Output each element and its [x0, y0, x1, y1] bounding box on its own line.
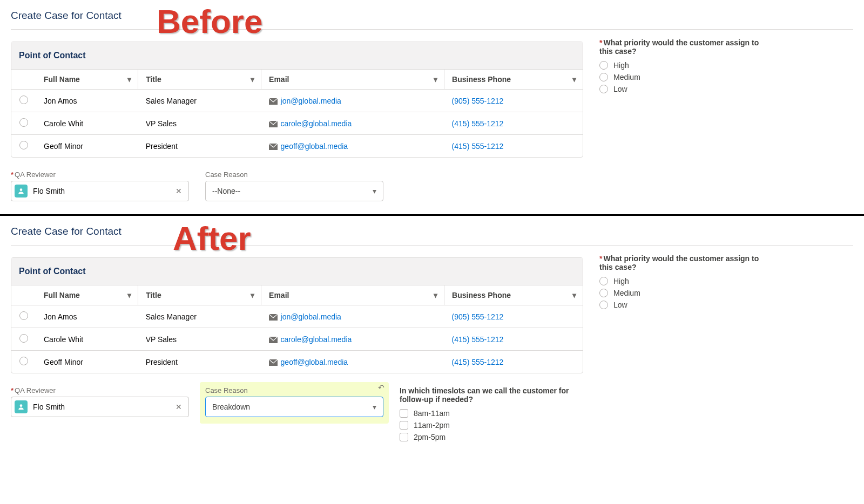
radio-icon: [599, 277, 608, 285]
chevron-down-icon: ▾: [434, 75, 437, 84]
timeslot-option[interactable]: 11am-2pm: [400, 421, 583, 430]
timeslot-group: In which timeslots can we call the custo…: [400, 386, 583, 445]
col-title[interactable]: Title▾: [138, 285, 261, 305]
email-link[interactable]: carole@global.media: [281, 335, 352, 344]
qa-reviewer-lookup[interactable]: Flo Smith ✕: [11, 397, 189, 417]
phone-link[interactable]: (415) 555-1212: [452, 142, 504, 151]
email-link[interactable]: jon@global.media: [281, 312, 341, 321]
priority-option-low[interactable]: Low: [599, 85, 767, 93]
table-row: Jon Amos Sales Manager jon@global.media …: [11, 305, 583, 328]
mail-icon: [269, 359, 278, 366]
checkbox-icon: [400, 421, 408, 430]
radio-icon: [599, 289, 608, 297]
phone-link[interactable]: (415) 555-1212: [452, 335, 504, 344]
phone-link[interactable]: (905) 555-1212: [452, 97, 504, 105]
case-reason-select[interactable]: --None-- ▾: [205, 181, 383, 201]
mail-icon: [269, 314, 278, 321]
col-email[interactable]: Email▾: [261, 285, 444, 305]
table-row: Geoff Minor President geoff@global.media…: [11, 351, 583, 373]
page-title: Create Case for Contact: [11, 10, 853, 30]
email-link[interactable]: jon@global.media: [281, 97, 341, 105]
before-section: Before Create Case for Contact Point of …: [0, 0, 864, 214]
chevron-down-icon: ▾: [572, 291, 576, 299]
undo-icon[interactable]: ↶: [378, 383, 384, 392]
chevron-down-icon: ▾: [251, 291, 254, 299]
row-radio[interactable]: [19, 311, 28, 320]
timeslot-question: In which timeslots can we call the custo…: [400, 386, 583, 404]
svg-point-7: [20, 404, 23, 407]
contact-icon: [15, 400, 28, 413]
phone-link[interactable]: (415) 555-1212: [452, 358, 504, 366]
after-section: After Create Case for Contact Point of C…: [0, 216, 864, 458]
col-title[interactable]: Title▾: [138, 70, 261, 90]
chevron-down-icon: ▾: [373, 403, 376, 411]
contact-table: Full Name▾ Title▾ Email▾ Business Phone▾…: [11, 70, 583, 157]
priority-option-medium[interactable]: Medium: [599, 289, 767, 297]
radio-icon: [599, 73, 608, 81]
checkbox-icon: [400, 433, 408, 441]
email-link[interactable]: carole@global.media: [281, 119, 352, 128]
radio-icon: [599, 85, 608, 93]
card-header: Point of Contact: [11, 42, 583, 70]
case-reason-field: Case Reason --None-- ▾: [205, 171, 383, 201]
chevron-down-icon: ▾: [127, 291, 131, 299]
priority-option-high[interactable]: High: [599, 277, 767, 285]
case-reason-field: ↶ Case Reason Breakdown ▾: [205, 386, 383, 417]
qa-reviewer-lookup[interactable]: Flo Smith ✕: [11, 181, 189, 201]
qa-reviewer-field: *QA Reviewer Flo Smith ✕: [11, 171, 189, 201]
contact-table-card: Point of Contact Full Name▾ Title▾ Email…: [11, 257, 583, 373]
mail-icon: [269, 98, 278, 105]
radio-icon: [599, 61, 608, 70]
case-reason-select[interactable]: Breakdown ▾: [205, 397, 383, 417]
col-full-name[interactable]: Full Name▾: [36, 285, 138, 305]
row-radio[interactable]: [19, 357, 28, 365]
chevron-down-icon: ▾: [373, 187, 376, 195]
phone-link[interactable]: (905) 555-1212: [452, 312, 504, 321]
table-row: Jon Amos Sales Manager jon@global.media …: [11, 90, 583, 112]
priority-option-high[interactable]: High: [599, 61, 767, 70]
chevron-down-icon: ▾: [572, 75, 576, 84]
mail-icon: [269, 121, 278, 127]
chevron-down-icon: ▾: [127, 75, 131, 84]
clear-icon[interactable]: ✕: [172, 187, 185, 195]
timeslot-option[interactable]: 8am-11am: [400, 409, 583, 418]
radio-icon: [599, 301, 608, 309]
phone-link[interactable]: (415) 555-1212: [452, 119, 504, 128]
row-radio[interactable]: [19, 96, 28, 104]
page-title: Create Case for Contact: [11, 226, 853, 246]
col-full-name[interactable]: Full Name▾: [36, 70, 138, 90]
clear-icon[interactable]: ✕: [172, 403, 185, 411]
col-email[interactable]: Email▾: [261, 70, 444, 90]
priority-question: *What priority would the customer assign…: [599, 254, 767, 271]
email-link[interactable]: geoff@global.media: [281, 358, 348, 366]
col-phone[interactable]: Business Phone▾: [444, 70, 583, 90]
svg-point-3: [20, 188, 23, 191]
priority-option-low[interactable]: Low: [599, 301, 767, 309]
qa-reviewer-field: *QA Reviewer Flo Smith ✕: [11, 386, 189, 417]
contact-icon: [15, 185, 28, 197]
card-header: Point of Contact: [11, 258, 583, 285]
chevron-down-icon: ▾: [251, 75, 254, 84]
row-radio[interactable]: [19, 141, 28, 149]
contact-table-card: Point of Contact Full Name▾ Title▾ Email…: [11, 42, 583, 158]
table-row: Carole Whit VP Sales carole@global.media…: [11, 328, 583, 351]
row-radio[interactable]: [19, 118, 28, 127]
email-link[interactable]: geoff@global.media: [281, 142, 348, 151]
col-phone[interactable]: Business Phone▾: [444, 285, 583, 305]
table-row: Carole Whit VP Sales carole@global.media…: [11, 112, 583, 135]
mail-icon: [269, 337, 278, 343]
timeslot-option[interactable]: 2pm-5pm: [400, 433, 583, 441]
priority-question: *What priority would the customer assign…: [599, 38, 767, 56]
priority-option-medium[interactable]: Medium: [599, 73, 767, 81]
contact-table: Full Name▾ Title▾ Email▾ Business Phone▾…: [11, 285, 583, 373]
chevron-down-icon: ▾: [434, 291, 437, 299]
checkbox-icon: [400, 409, 408, 418]
mail-icon: [269, 144, 278, 150]
table-row: Geoff Minor President geoff@global.media…: [11, 135, 583, 158]
row-radio[interactable]: [19, 334, 28, 343]
